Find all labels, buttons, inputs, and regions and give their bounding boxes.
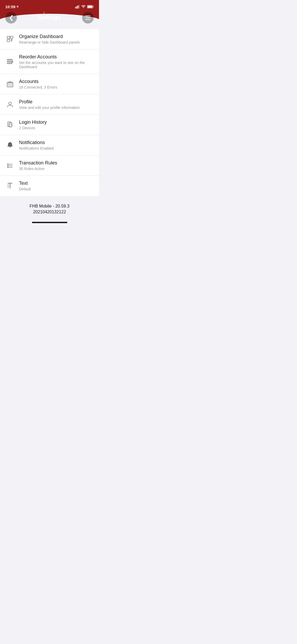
profile-title: Profile <box>19 99 94 105</box>
home-bar <box>32 222 67 223</box>
settings-item-accounts[interactable]: Accounts 18 Connected, 3 Errors <box>0 74 99 94</box>
profile-text: Profile View and edit your profile infor… <box>19 99 94 110</box>
organize-dashboard-subtitle: Rearrange or hide Dashboard panels <box>19 40 94 44</box>
settings-item-notifications[interactable]: Notifications Notifications Enabled <box>0 135 99 155</box>
notifications-text: Notifications Notifications Enabled <box>19 140 94 150</box>
settings-item-reorder-accounts[interactable]: Reorder Accounts Set the accounts you wa… <box>0 49 99 74</box>
transaction-rules-icon <box>5 161 15 170</box>
reorder-accounts-text: Reorder Accounts Set the accounts you wa… <box>19 54 94 69</box>
svg-rect-13 <box>7 61 12 62</box>
login-history-icon <box>5 120 15 130</box>
time-display: 10:59 <box>5 4 15 9</box>
location-icon: ✈ <box>16 5 19 8</box>
status-time: 10:59 ✈ <box>5 4 19 9</box>
svg-rect-2 <box>78 5 78 8</box>
settings-item-login-history[interactable]: Login History 2 Devices <box>0 115 99 135</box>
transaction-rules-subtitle: 30 Rules Active <box>19 167 94 171</box>
svg-rect-9 <box>7 39 10 42</box>
reorder-accounts-title: Reorder Accounts <box>19 54 94 60</box>
app-footer: FHB Mobile - 20.59.3 20210420132122 <box>0 196 99 220</box>
profile-icon <box>5 100 15 109</box>
page-title: Settings <box>38 14 61 21</box>
text-settings-text: Text Default <box>19 181 94 191</box>
text-icon <box>5 181 15 191</box>
svg-rect-0 <box>75 7 76 8</box>
status-bar: 10:59 ✈ <box>0 0 99 12</box>
menu-line3 <box>85 19 91 20</box>
menu-line2 <box>85 17 91 18</box>
page-header: ❮ Settings <box>0 12 99 29</box>
notifications-icon <box>5 140 15 150</box>
svg-point-35 <box>7 165 8 166</box>
organize-dashboard-title: Organize Dashboard <box>19 34 94 39</box>
settings-item-profile[interactable]: Profile View and edit your profile infor… <box>0 94 99 115</box>
settings-item-transaction-rules[interactable]: Transaction Rules 30 Rules Active <box>0 155 99 176</box>
text-settings-subtitle: Default <box>19 187 94 191</box>
menu-line1 <box>85 16 91 16</box>
notifications-title: Notifications <box>19 140 94 145</box>
signal-icon <box>75 5 80 8</box>
app-version: FHB Mobile - 20.59.3 <box>5 204 94 209</box>
svg-rect-1 <box>77 6 77 8</box>
reorder-accounts-subtitle: Set the accounts you want to see on the … <box>19 61 94 69</box>
text-settings-title: Text <box>19 181 94 186</box>
back-icon: ❮ <box>9 15 13 21</box>
organize-dashboard-icon <box>5 34 15 44</box>
battery-icon <box>87 5 94 8</box>
profile-subtitle: View and edit your profile information <box>19 105 94 110</box>
reorder-accounts-icon <box>5 57 15 66</box>
login-history-text: Login History 2 Devices <box>19 119 94 130</box>
svg-point-33 <box>7 164 8 165</box>
menu-button[interactable] <box>82 12 94 24</box>
notifications-subtitle: Notifications Enabled <box>19 146 94 150</box>
svg-point-24 <box>9 102 11 105</box>
status-icons <box>75 5 94 8</box>
svg-point-37 <box>7 167 8 168</box>
accounts-subtitle: 18 Connected, 3 Errors <box>19 85 94 89</box>
build-number: 20210420132122 <box>5 210 94 214</box>
login-history-subtitle: 2 Devices <box>19 126 94 130</box>
svg-rect-14 <box>7 63 12 64</box>
transaction-rules-title: Transaction Rules <box>19 160 94 166</box>
settings-item-text[interactable]: Text Default <box>0 176 99 196</box>
login-history-title: Login History <box>19 119 94 125</box>
svg-rect-6 <box>88 6 92 8</box>
svg-rect-3 <box>79 5 80 8</box>
organize-dashboard-text: Organize Dashboard Rearrange or hide Das… <box>19 34 94 44</box>
back-button[interactable]: ❮ <box>5 12 17 24</box>
home-indicator <box>0 220 99 225</box>
svg-rect-8 <box>10 36 13 39</box>
transaction-rules-text: Transaction Rules 30 Rules Active <box>19 160 94 171</box>
svg-rect-11 <box>7 59 12 60</box>
accounts-icon <box>5 79 15 89</box>
svg-rect-7 <box>7 36 10 39</box>
svg-rect-5 <box>93 6 94 7</box>
settings-item-organize-dashboard[interactable]: Organize Dashboard Rearrange or hide Das… <box>0 29 99 49</box>
settings-list: Organize Dashboard Rearrange or hide Das… <box>0 29 99 196</box>
accounts-title: Accounts <box>19 79 94 84</box>
wifi-icon <box>81 5 86 8</box>
accounts-text: Accounts 18 Connected, 3 Errors <box>19 79 94 89</box>
